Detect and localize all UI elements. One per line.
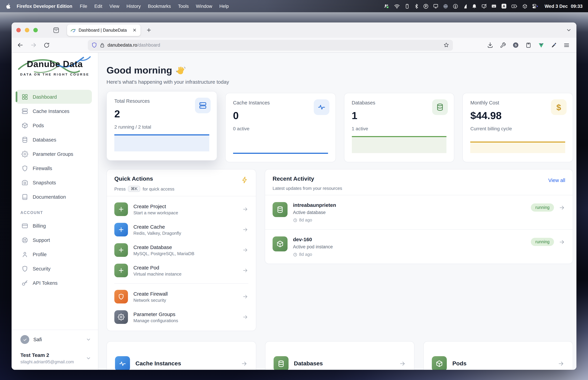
back-button[interactable] [17, 42, 23, 48]
forward-button[interactable] [30, 42, 37, 48]
close-window-button[interactable] [16, 28, 21, 32]
activity-row-intreabaunprieten[interactable]: intreabaunprieten Active database 8d ago… [265, 195, 573, 230]
team-switcher[interactable]: Test Team 2 silaghi.adrian95@gmail.com [20, 352, 91, 364]
sidebar-item-parameter-groups[interactable]: Parameter Groups [16, 147, 92, 161]
menu-bookmarks[interactable]: Bookmarks [148, 3, 171, 9]
stat-card-total-resources[interactable]: Total Resources 2 2 running / 2 total [107, 91, 217, 161]
recent-activity-subtitle: Latest updates from your resources [273, 186, 565, 191]
accessibility-icon[interactable] [453, 3, 458, 9]
sidebar-toggle-icon[interactable] [53, 27, 59, 34]
sidebar-item-snapshots[interactable]: Snapshots [16, 175, 92, 190]
color-picker-icon[interactable] [551, 42, 557, 48]
list-all-tabs-icon[interactable] [566, 27, 572, 33]
quick-action-parameter-groups[interactable]: Parameter Groups Manage configurations [114, 307, 248, 327]
sidebar-item-api-tokens[interactable]: API Tokens [16, 276, 92, 290]
avatar [20, 335, 29, 344]
menu-history[interactable]: History [126, 3, 141, 9]
resource-card-databases[interactable]: Databases [265, 341, 415, 370]
bluetooth-icon[interactable] [415, 3, 419, 9]
tab-close-icon[interactable] [132, 28, 137, 33]
spatial-box-icon[interactable] [523, 3, 528, 9]
action-title: Create Database [133, 244, 194, 250]
battery-charging-icon[interactable] [512, 4, 518, 8]
downloads-icon[interactable] [487, 42, 493, 48]
menu-edit[interactable]: Edit [95, 3, 102, 9]
arrow-right-icon[interactable] [559, 204, 565, 211]
database-icon [432, 99, 448, 115]
new-tab-button[interactable] [146, 27, 152, 33]
apple-menu-icon[interactable] [5, 3, 11, 9]
quick-action-create-database[interactable]: Create Database MySQL, PostgreSQL, Maria… [114, 240, 248, 260]
menu-window[interactable]: Window [196, 3, 212, 9]
sidebar: Danube Data DATA ON THE RIGHT COURSE Das… [12, 53, 98, 370]
keyboard-icon[interactable] [492, 4, 497, 8]
parallels-icon[interactable] [423, 3, 429, 9]
team-name: Test Team 2 [20, 352, 74, 358]
resource-card-cache-instances[interactable]: Cache Instances [107, 341, 256, 370]
cube-icon [273, 236, 287, 251]
activity-pulse-icon [115, 356, 130, 370]
sidebar-item-dashboard[interactable]: Dashboard [16, 90, 92, 104]
sidebar-item-firewalls[interactable]: Firewalls [16, 161, 92, 175]
menu-tools[interactable]: Tools [178, 3, 189, 9]
sidebar-item-billing[interactable]: Billing [16, 219, 92, 233]
minimize-window-button[interactable] [25, 28, 29, 32]
menu-bar-clock[interactable]: Wed 3 Dec 09:33 [545, 3, 583, 9]
url-bar[interactable]: danubedata.ro/dashboard [88, 40, 453, 51]
control-center-icon[interactable] [532, 3, 538, 9]
input-source-a-icon[interactable]: A [501, 3, 507, 9]
view-all-link[interactable]: View all [548, 178, 565, 183]
notification-bell-icon[interactable] [472, 3, 477, 9]
sidebar-item-databases[interactable]: Databases [16, 133, 92, 147]
lock-icon[interactable] [100, 42, 105, 48]
sidebar-item-support[interactable]: Support [16, 233, 92, 247]
bookmark-star-icon[interactable] [443, 42, 449, 48]
menu-file[interactable]: File [80, 3, 87, 9]
maximize-window-button[interactable] [33, 28, 38, 32]
menu-hamburger-icon[interactable] [564, 42, 570, 48]
logo[interactable]: Danube Data DATA ON THE RIGHT COURSE [12, 53, 98, 76]
quick-action-create-cache[interactable]: Create Cache Redis, Valkey, Dragonfly [114, 219, 248, 240]
dollar-icon: $ [551, 99, 567, 115]
phone-battery-icon[interactable] [405, 3, 410, 9]
stat-sub: Current billing cycle [471, 126, 565, 131]
devtools-wrench-icon[interactable] [500, 42, 506, 48]
resource-card-pods[interactable]: Pods [423, 341, 573, 370]
quick-action-create-pod[interactable]: Create Pod Virtual machine instance [114, 260, 248, 281]
display-icon[interactable] [433, 4, 438, 8]
tracking-protection-shield-icon[interactable] [92, 42, 97, 48]
extensions-icon[interactable] [525, 42, 531, 48]
quick-action-create-project[interactable]: Create Project Start a new workspace [114, 199, 248, 219]
reload-button[interactable] [44, 42, 50, 48]
tab-dashboard-danubedata[interactable]: Dashboard | DanubeData [67, 24, 141, 36]
stat-card-databases[interactable]: Databases 1 1 active [344, 93, 455, 162]
activity-row-dev-160[interactable]: dev-160 Active pod instance 8d ago runni… [265, 230, 573, 264]
screen-time-icon[interactable] [384, 3, 389, 9]
arrow-right-icon[interactable] [559, 239, 565, 245]
stat-card-cache-instances[interactable]: Cache Instances 0 0 active [225, 93, 336, 162]
sidebar-item-documentation[interactable]: Documentation [16, 190, 92, 204]
notch-fin-icon[interactable] [463, 3, 467, 9]
stat-card-monthly-cost[interactable]: Monthly Cost $ $44.98 Current billing cy… [463, 93, 573, 162]
globe-icon[interactable] [443, 3, 448, 9]
sidebar-item-label: Firewalls [33, 166, 52, 171]
user-menu[interactable]: Safi [20, 335, 91, 344]
shield-icon [21, 265, 28, 272]
chevron-down-icon [86, 356, 91, 361]
sidebar-item-cache-instances[interactable]: Cache Instances [16, 104, 92, 118]
timestamp: 8d ago [299, 218, 312, 223]
menu-app-name[interactable]: Firefox Developer Edition [17, 3, 72, 9]
dashboard-grid-icon [21, 93, 28, 100]
activity-pulse-icon [314, 99, 329, 115]
wifi-icon[interactable] [394, 4, 400, 8]
menu-view[interactable]: View [109, 3, 119, 9]
sidebar-item-profile[interactable]: Profile [16, 247, 92, 261]
stylus-extension-icon[interactable]: S [512, 42, 519, 48]
sidebar-item-security[interactable]: Security [16, 262, 92, 276]
menu-help[interactable]: Help [219, 3, 229, 9]
screen-mirroring-icon[interactable] [482, 4, 487, 8]
user-name: Safi [33, 337, 42, 342]
sidebar-item-pods[interactable]: Pods [16, 118, 92, 132]
vue-devtools-icon[interactable] [538, 42, 544, 48]
quick-action-create-firewall[interactable]: Create Firewall Network security [114, 286, 248, 307]
